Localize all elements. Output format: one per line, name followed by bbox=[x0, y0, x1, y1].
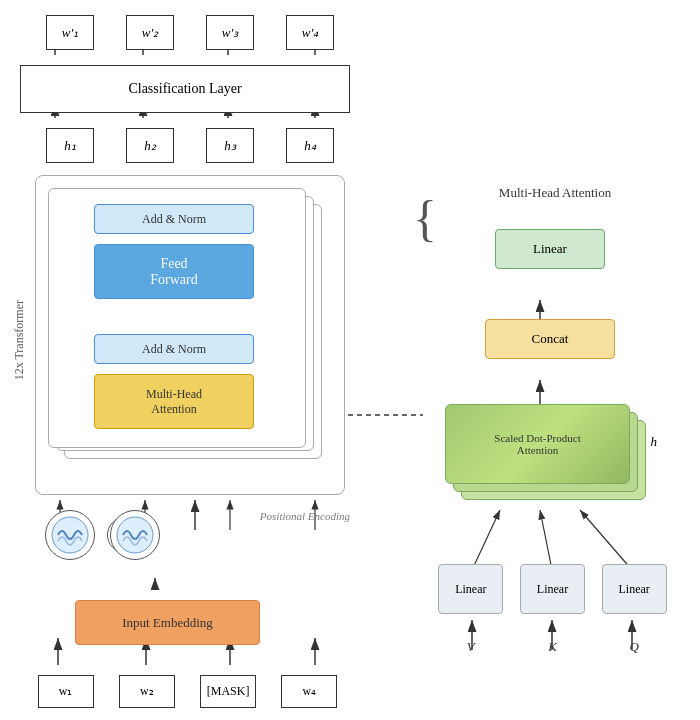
q-label: Q bbox=[602, 639, 667, 655]
transformer-label: 12x Transformer bbox=[12, 300, 27, 380]
h-label: h bbox=[651, 434, 658, 450]
vkq-labels: V K Q bbox=[430, 639, 675, 655]
h-token-4-label: h₄ bbox=[304, 138, 316, 154]
mha-container: Linear Concat Scaled Dot-ProductAttentio… bbox=[425, 209, 685, 679]
add-norm-top-label: Add & Norm bbox=[142, 212, 206, 227]
output-token-2: w'₂ bbox=[126, 15, 174, 50]
transformer-outer-box: Add & Norm FeedForward Add & Norm Multi-… bbox=[35, 175, 345, 495]
linear-top-label: Linear bbox=[533, 241, 567, 257]
input-token-2: w₂ bbox=[119, 675, 175, 708]
output-token-4: w'₄ bbox=[286, 15, 334, 50]
mha-title: Multi-Head Attention bbox=[420, 185, 690, 201]
add-norm-bottom-label: Add & Norm bbox=[142, 342, 206, 357]
classification-layer-label: Classification Layer bbox=[128, 81, 241, 97]
linear-v-box: Linear bbox=[438, 564, 503, 614]
output-token-4-label: w'₄ bbox=[302, 25, 318, 41]
feed-forward-label: FeedForward bbox=[150, 256, 197, 288]
h-token-1: h₁ bbox=[46, 128, 94, 163]
input-token-mask: [MASK] bbox=[200, 675, 256, 708]
bottom-linears: Linear Linear Linear bbox=[430, 564, 675, 614]
svg-point-39 bbox=[117, 517, 153, 553]
output-token-3-label: w'₃ bbox=[222, 25, 238, 41]
svg-point-38 bbox=[52, 517, 88, 553]
input-embedding-box: Input Embedding bbox=[75, 600, 260, 645]
wave-icon-1 bbox=[50, 515, 90, 555]
layer-stack: Add & Norm FeedForward Add & Norm Multi-… bbox=[48, 188, 328, 478]
scaled-attention-box: Scaled Dot-ProductAttention bbox=[445, 404, 630, 484]
linear-q-label: Linear bbox=[618, 582, 649, 597]
linear-v-label: Linear bbox=[455, 582, 486, 597]
input-token-2-label: w₂ bbox=[140, 684, 154, 699]
positional-encoding-label: Positional Encoding bbox=[260, 510, 350, 522]
linear-q-box: Linear bbox=[602, 564, 667, 614]
v-label: V bbox=[438, 639, 503, 655]
concat-box: Concat bbox=[485, 319, 615, 359]
scaled-attention-label: Scaled Dot-ProductAttention bbox=[494, 432, 580, 456]
classification-layer-box: Classification Layer bbox=[20, 65, 350, 113]
h-token-3: h₃ bbox=[206, 128, 254, 163]
wave-circle-2 bbox=[110, 510, 160, 560]
linear-top-box: Linear bbox=[495, 229, 605, 269]
add-norm-top: Add & Norm bbox=[94, 204, 254, 234]
input-token-1-label: w₁ bbox=[59, 684, 73, 699]
diagram-container: w'₁ w'₂ w'₃ w'₄ Classification Layer h₁ … bbox=[0, 0, 700, 720]
feed-forward-box: FeedForward bbox=[94, 244, 254, 299]
input-token-4-label: w₄ bbox=[303, 684, 317, 699]
output-token-1: w'₁ bbox=[46, 15, 94, 50]
transformer-layer-front: Add & Norm FeedForward Add & Norm Multi-… bbox=[48, 188, 306, 448]
h-token-2-label: h₂ bbox=[144, 138, 156, 154]
h-token-1-label: h₁ bbox=[64, 138, 76, 154]
linear-k-box: Linear bbox=[520, 564, 585, 614]
input-token-4: w₄ bbox=[281, 675, 337, 708]
output-token-3: w'₃ bbox=[206, 15, 254, 50]
wave-icon-2 bbox=[115, 515, 155, 555]
scaled-attention-area: Scaled Dot-ProductAttention bbox=[445, 404, 645, 514]
output-tokens: w'₁ w'₂ w'₃ w'₄ bbox=[30, 15, 350, 50]
h-token-2: h₂ bbox=[126, 128, 174, 163]
input-token-1: w₁ bbox=[38, 675, 94, 708]
h-tokens: h₁ h₂ h₃ h₄ bbox=[30, 128, 350, 163]
wave-circle-1 bbox=[45, 510, 95, 560]
concat-label: Concat bbox=[532, 331, 569, 347]
multi-head-attention-box: Multi-HeadAttention bbox=[94, 374, 254, 429]
add-norm-bottom: Add & Norm bbox=[94, 334, 254, 364]
output-token-1-label: w'₁ bbox=[62, 25, 78, 41]
input-embedding-label: Input Embedding bbox=[122, 615, 213, 631]
multi-head-label: Multi-HeadAttention bbox=[146, 387, 202, 417]
k-label: K bbox=[520, 639, 585, 655]
input-token-mask-label: [MASK] bbox=[207, 684, 250, 699]
input-tokens: w₁ w₂ [MASK] w₄ bbox=[25, 675, 350, 708]
output-token-2-label: w'₂ bbox=[142, 25, 158, 41]
h-token-4: h₄ bbox=[286, 128, 334, 163]
linear-k-label: Linear bbox=[537, 582, 568, 597]
h-token-3-label: h₃ bbox=[224, 138, 236, 154]
left-section: w'₁ w'₂ w'₃ w'₄ Classification Layer h₁ … bbox=[10, 10, 390, 710]
right-section: Multi-Head Attention Linear Concat Scale… bbox=[420, 185, 690, 685]
